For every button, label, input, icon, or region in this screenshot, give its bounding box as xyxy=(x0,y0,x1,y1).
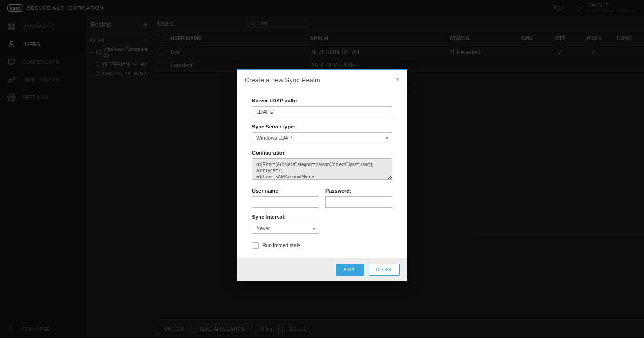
type-select[interactable]: Windows LDAP ▾ xyxy=(252,132,392,143)
modal-body: Server LDAP path: Sync Server type: Wind… xyxy=(237,90,407,258)
save-button[interactable]: SAVE xyxy=(336,264,364,276)
username-label: User name: xyxy=(252,188,319,194)
run-immediately-row[interactable]: Run immediately xyxy=(252,242,392,249)
config-label: Configuration xyxy=(252,150,392,155)
ldap-label: Server LDAP path: xyxy=(252,98,392,103)
modal-title: Create a new Sync Realm xyxy=(245,76,320,84)
password-label: Password: xyxy=(325,188,392,194)
modal-footer: SAVE CLOSE xyxy=(237,258,407,281)
interval-select[interactable]: Never ▾ xyxy=(252,223,319,234)
password-input[interactable] xyxy=(325,196,392,208)
username-input[interactable] xyxy=(252,196,319,208)
config-textarea[interactable]: objFilter=(&(objectCategory=person)(obje… xyxy=(252,158,392,180)
modal-sync-realm: Create a new Sync Realm × Server LDAP pa… xyxy=(237,69,407,281)
close-button[interactable]: CLOSE xyxy=(369,264,400,276)
interval-value: Never xyxy=(256,225,270,231)
close-icon[interactable]: × xyxy=(396,76,400,84)
type-value: Windows LDAP xyxy=(256,135,292,141)
type-label: Sync Server type: xyxy=(252,124,392,129)
run-immediately-checkbox[interactable] xyxy=(252,242,259,249)
run-immediately-label: Run immediately xyxy=(262,243,300,248)
chevron-down-icon: ▾ xyxy=(313,226,315,231)
chevron-down-icon: ▾ xyxy=(386,135,388,141)
ldap-input[interactable] xyxy=(252,106,392,117)
interval-label: Sync interval: xyxy=(252,214,392,220)
modal-header: Create a new Sync Realm × xyxy=(237,70,407,90)
